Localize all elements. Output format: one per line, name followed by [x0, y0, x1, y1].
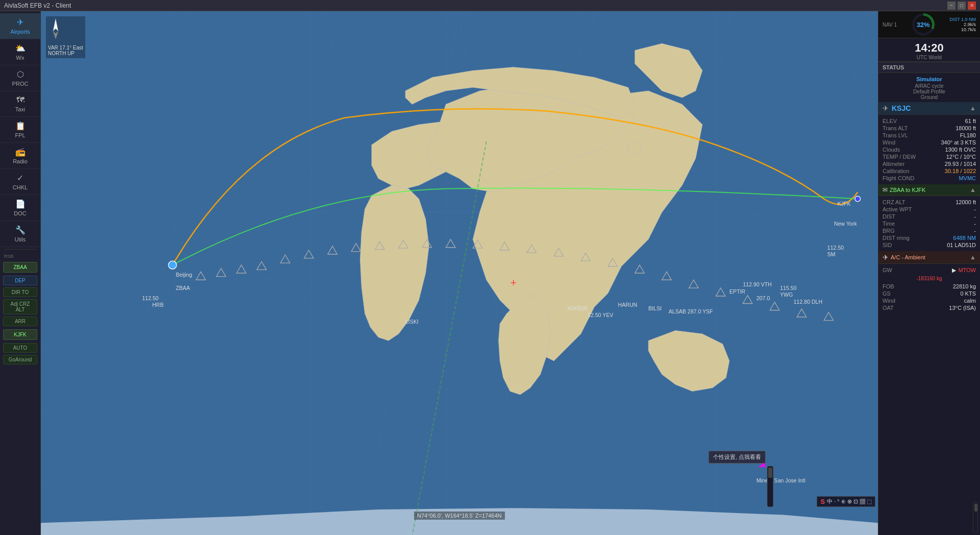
oat-row: OAT 13°C (ISA) [883, 305, 976, 311]
sidebar-item-taxi[interactable]: 🗺 Taxi [0, 91, 40, 117]
auto-button[interactable]: AUTO [3, 343, 37, 353]
speed-up: 2.9k/s [949, 22, 976, 27]
sidebar-item-doc[interactable]: 📄 DOC [0, 195, 40, 221]
map-container[interactable]: ✈ 112.50 HRB ZBAA Beijing LISKI ADREW 12… [41, 11, 878, 535]
minimize-button[interactable]: − [947, 2, 955, 10]
nav-label: NAV 1 [883, 22, 897, 28]
route-header: ✉ ZBAA to KJFK ▲ [878, 184, 980, 196]
airport-content: ELEV 61 ft Trans ALT 18000 ft Trans LVL … [878, 115, 980, 184]
dir-to-button[interactable]: DIR TO [3, 287, 37, 297]
dist-rmng-row: DIST rmng 6488 NM [883, 235, 976, 241]
close-button[interactable]: ✕ [968, 2, 976, 10]
route-collapse-btn[interactable]: ▲ [970, 186, 976, 193]
svg-text:HRB: HRB [152, 302, 163, 308]
dist-row: DIST - [883, 213, 976, 220]
airport-header: ✈ KSJC ▲ [878, 102, 980, 115]
wind-ac-row: Wind calm [883, 298, 976, 304]
main-layout: ✈ Airports ⛅ Wx ⬡ PROC 🗺 Taxi 📋 FPL 📻 Ra… [0, 11, 980, 535]
chkl-icon: ✓ [17, 173, 23, 183]
nav-info: DIST 1.0 NM 2.9k/s 10.7k/s [949, 17, 976, 32]
profile-label: Default Profile [883, 89, 976, 94]
go-around-button[interactable]: GoAround [3, 355, 37, 364]
sidebar: ✈ Airports ⛅ Wx ⬡ PROC 🗺 Taxi 📋 FPL 📻 Ra… [0, 11, 41, 535]
ac-header-content: ✈ A/C - Ambient [883, 253, 925, 261]
panel-scrollbar[interactable] [973, 502, 978, 533]
ground-label: Ground [883, 94, 976, 100]
adj-crz-alt-button[interactable]: Adj CRZ ALT [3, 299, 37, 314]
taxi-icon: 🗺 [16, 95, 24, 105]
trans-alt-row: Trans ALT 18000 ft [883, 125, 976, 131]
route-header-content: ✉ ZBAA to KJFK [883, 186, 925, 193]
sohu-items: 中 · ° ⊕ ⊗ ⊡ ▦ ⬚ [827, 498, 872, 505]
time-label: UTC World [878, 55, 980, 60]
trans-lvl-row: Trans LVL FL180 [883, 132, 976, 138]
wind-row: Wind 340° at 3 KTS [883, 139, 976, 145]
zbaa-button[interactable]: ZBAA [3, 262, 37, 273]
sidebar-item-radio[interactable]: 📻 Radio [0, 143, 40, 169]
airac-label: AIRAC cycle [883, 83, 976, 89]
svg-text:+: + [510, 277, 517, 288]
doc-icon: 📄 [15, 199, 26, 209]
svg-text:ZBAA: ZBAA [176, 285, 191, 291]
svg-text:12.50 YEV: 12.50 YEV [587, 312, 614, 318]
fob-row: FOB 22810 kg [883, 283, 976, 289]
sidebar-item-utils[interactable]: 🔧 Utils [0, 221, 40, 247]
arr-button[interactable]: ARR [3, 317, 37, 326]
scroll-thumb [768, 468, 772, 478]
status-section-header: STATUS [878, 62, 980, 73]
airports-icon: ✈ [17, 17, 23, 27]
svg-text:ADREW: ADREW [568, 305, 587, 311]
clouds-row: Clouds 1300 ft OVC [883, 147, 976, 153]
titlebar: AivlaSoft EFB v2 - Client − □ ✕ [0, 0, 980, 11]
envelope-icon: ✉ [883, 186, 888, 193]
dep-button[interactable]: DEP [3, 276, 37, 285]
fpl-icon: 📋 [15, 121, 26, 131]
crz-alt-row: CRZ ALT 12000 ft [883, 199, 976, 205]
sidebar-item-chkl[interactable]: ✓ CHKL [0, 169, 40, 195]
altimeter-row: Altimeter 29.93 / 1014 [883, 161, 976, 167]
rsb-label: RSB [0, 252, 40, 260]
sid-row: SID 01 LAD51D [883, 242, 976, 248]
svg-point-49 [168, 261, 177, 269]
aircraft-icon2: ✈ [883, 253, 889, 261]
sohu-logo: S [820, 498, 825, 505]
compass-circle: 32% [912, 13, 935, 36]
svg-text:Beijing: Beijing [176, 272, 192, 278]
aircraft-icon: ✈ [883, 104, 889, 112]
map-coordinates: N74°06.0', W164°18.5' Z=17464N [414, 512, 505, 520]
kjfk-button[interactable]: KJFK [3, 329, 37, 340]
sidebar-item-airports[interactable]: ✈ Airports [0, 13, 40, 39]
gs-row: GS 0 KTS [883, 290, 976, 297]
chinese-popup[interactable]: 个性设置, 点我看看 [708, 451, 766, 464]
temp-dew-row: TEMP / DEW 12°C / 10°C [883, 154, 976, 160]
sidebar-item-wx[interactable]: ⛅ Wx [0, 39, 40, 65]
compass-value: 32% [915, 16, 932, 33]
panel-scrollbar-thumb [974, 504, 977, 512]
svg-text:SM: SM [827, 251, 836, 257]
wx-icon: ⛅ [15, 43, 26, 53]
svg-text:112.80 DLH: 112.80 DLH [794, 299, 822, 305]
right-panel: NAV 1 32% DIST 1.0 NM 2.9k/s 10.7k/s 14:… [878, 11, 980, 535]
north-arrow-svg [48, 18, 63, 44]
svg-marker-76 [53, 31, 58, 39]
status-content: Simulator AIRAC cycle Default Profile Gr… [878, 73, 980, 102]
panel-scroll-area [878, 314, 980, 535]
gw-warning: -183160 kg [883, 275, 976, 282]
svg-text:207.0: 207.0 [756, 295, 770, 301]
ac-content: GW ▶ MTOW -183160 kg FOB 22810 kg GS 0 K… [878, 264, 980, 314]
sidebar-item-proc[interactable]: ⬡ PROC [0, 65, 40, 91]
maximize-button[interactable]: □ [958, 2, 966, 10]
scroll-indicator[interactable] [767, 466, 773, 507]
speed-down: 10.7k/s [949, 27, 976, 32]
window-controls: − □ ✕ [947, 2, 976, 10]
elev-row: ELEV 61 ft [883, 118, 976, 124]
sohu-bar[interactable]: S 中 · ° ⊕ ⊗ ⊡ ▦ ⬚ [817, 496, 875, 507]
ac-title: A/C - Ambient [891, 254, 925, 260]
airport-collapse-btn[interactable]: ▲ [970, 105, 976, 112]
svg-text:112.50: 112.50 [827, 245, 844, 251]
flight-cond-row: Flight COND MVMC [883, 175, 976, 181]
ac-collapse-btn[interactable]: ▲ [970, 254, 976, 261]
sidebar-item-fpl[interactable]: 📋 FPL [0, 117, 40, 143]
north-up-label: NORTH UP [48, 51, 83, 56]
window-title: AivlaSoft EFB v2 - Client [4, 2, 71, 9]
